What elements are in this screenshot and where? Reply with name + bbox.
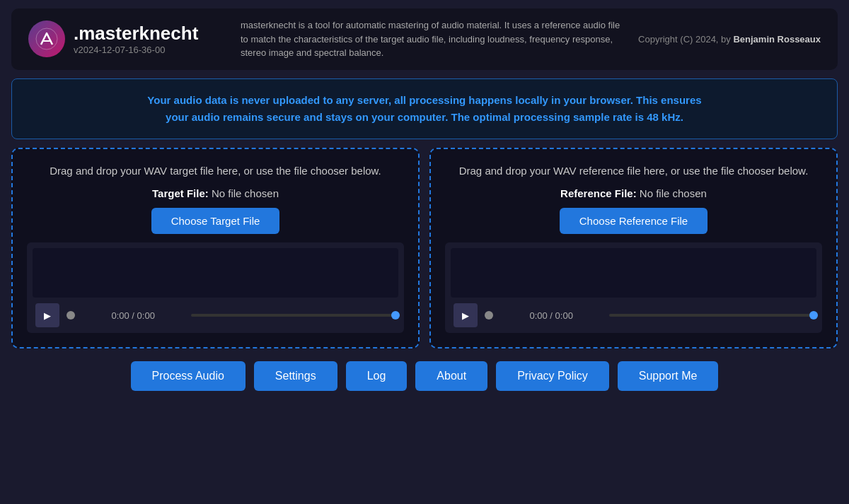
target-player-controls: ▶ 0:00 / 0:00 xyxy=(33,303,398,327)
about-button[interactable]: About xyxy=(415,361,487,391)
target-dropzone[interactable]: Drag and drop your WAV target file here,… xyxy=(11,148,420,349)
target-volume-dot xyxy=(67,311,75,320)
reference-progress-bar[interactable] xyxy=(609,314,814,317)
reference-player-controls: ▶ 0:00 / 0:00 xyxy=(451,303,816,327)
notice-text: Your audio data is never uploaded to any… xyxy=(29,92,820,126)
notice-banner: Your audio data is never uploaded to any… xyxy=(11,78,838,139)
target-progress-dot xyxy=(391,311,400,320)
choose-reference-button[interactable]: Choose Reference File xyxy=(560,208,708,234)
target-audio-player: ▶ 0:00 / 0:00 xyxy=(27,242,404,333)
header-description: masterknecht is a tool for automatic mas… xyxy=(241,18,623,60)
reference-dropzone[interactable]: Drag and drop your WAV reference file he… xyxy=(429,148,838,349)
app-title: .masterknecht xyxy=(74,23,198,45)
logo-text: .masterknecht v2024-12-07-16-36-00 xyxy=(74,23,198,55)
reference-waveform xyxy=(451,248,816,298)
reference-progress-dot xyxy=(809,311,818,320)
reference-audio-player: ▶ 0:00 / 0:00 xyxy=(445,242,822,333)
footer-buttons: Process Audio Settings Log About Privacy… xyxy=(0,361,849,399)
log-button[interactable]: Log xyxy=(346,361,408,391)
header-copyright: Copyright (C) 2024, by Benjamin Rosseaux xyxy=(637,34,821,45)
target-play-button[interactable]: ▶ xyxy=(35,303,59,327)
app-logo-icon xyxy=(28,20,65,57)
reference-instruction: Drag and drop your WAV reference file he… xyxy=(445,163,822,180)
support-me-button[interactable]: Support Me xyxy=(618,361,719,391)
dropzones-row: Drag and drop your WAV target file here,… xyxy=(11,148,838,349)
target-time-display: 0:00 / 0:00 xyxy=(82,310,184,321)
svg-point-0 xyxy=(36,28,57,49)
process-audio-button[interactable]: Process Audio xyxy=(131,361,246,391)
target-waveform xyxy=(33,248,398,298)
app-header: .masterknecht v2024-12-07-16-36-00 maste… xyxy=(11,8,838,70)
reference-volume-dot xyxy=(485,311,493,320)
logo-area: .masterknecht v2024-12-07-16-36-00 xyxy=(28,20,226,57)
privacy-policy-button[interactable]: Privacy Policy xyxy=(496,361,609,391)
settings-button[interactable]: Settings xyxy=(254,361,337,391)
reference-time-display: 0:00 / 0:00 xyxy=(500,310,602,321)
target-file-info: Target File: No file chosen xyxy=(27,187,404,199)
choose-target-button[interactable]: Choose Target File xyxy=(151,208,280,234)
target-progress-bar[interactable] xyxy=(191,314,395,317)
reference-play-button[interactable]: ▶ xyxy=(454,303,478,327)
app-version: v2024-12-07-16-36-00 xyxy=(74,45,198,55)
target-instruction: Drag and drop your WAV target file here,… xyxy=(27,163,404,180)
reference-file-info: Reference File: No file chosen xyxy=(445,187,822,199)
